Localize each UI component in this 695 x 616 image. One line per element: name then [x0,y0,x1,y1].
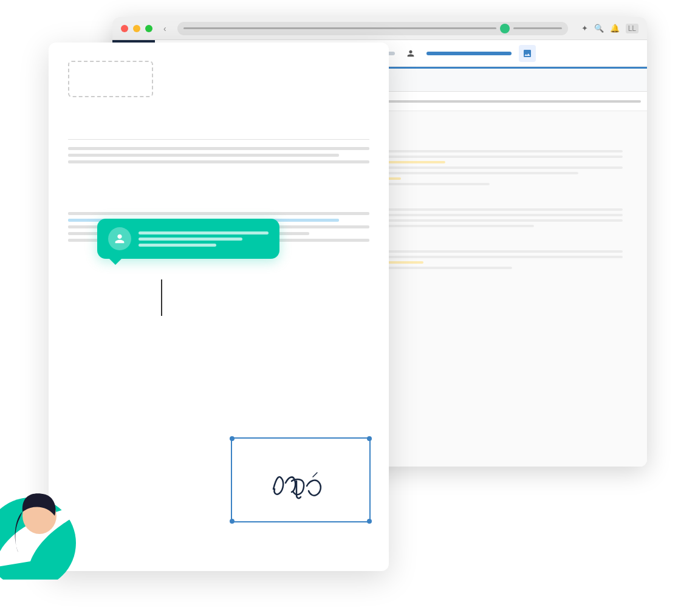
corner-tr [367,436,372,441]
text-cursor [161,279,162,316]
sparkle-icon[interactable]: ✦ [581,24,588,33]
user-initials: LL [626,24,639,33]
address-text [513,27,562,29]
bubble-line-1 [139,231,269,234]
doc-line-3 [68,160,369,163]
user-icon [406,49,416,58]
corner-br [367,519,372,524]
logo-placeholder[interactable] [68,61,153,97]
back-icon[interactable]: ‹ [163,24,166,33]
user-btn[interactable] [402,45,419,62]
browser-nav-icons: ✦ 🔍 🔔 LL [581,24,639,33]
doc-content-lines [68,147,369,163]
doc-line-1 [68,147,369,150]
progress-bar [183,27,496,29]
avatar-icon [113,232,126,245]
search-icon[interactable]: 🔍 [594,24,604,33]
window-close-btn[interactable] [121,25,128,32]
corner-bl [230,519,235,524]
window-maximize-btn[interactable] [145,25,152,32]
corner-tl [230,436,235,441]
doc-line-2 [68,154,339,157]
address-bar[interactable] [177,22,568,35]
window-minimize-btn[interactable] [133,25,140,32]
signature-drawing [261,456,340,504]
toolbar-user-text [426,52,512,55]
character-illustration [0,458,91,580]
image-icon [522,49,532,58]
bubble-lines [139,231,269,247]
browser-titlebar: ‹ ✦ 🔍 🔔 LL [112,17,647,40]
verified-icon [500,24,510,33]
bubble-line-2 [139,238,242,241]
bubble-avatar [108,227,131,250]
bubble-line-3 [139,244,216,247]
character-svg [0,458,91,580]
doc-line-4 [68,212,369,215]
image-btn[interactable] [519,45,536,62]
contact-speech-bubble [97,219,279,259]
doc-panel-inner [49,43,389,571]
document-title [68,108,369,127]
signature-box[interactable] [231,437,371,522]
document-panel [49,43,389,571]
doc-divider-1 [68,139,369,140]
bell-icon[interactable]: 🔔 [610,24,620,33]
